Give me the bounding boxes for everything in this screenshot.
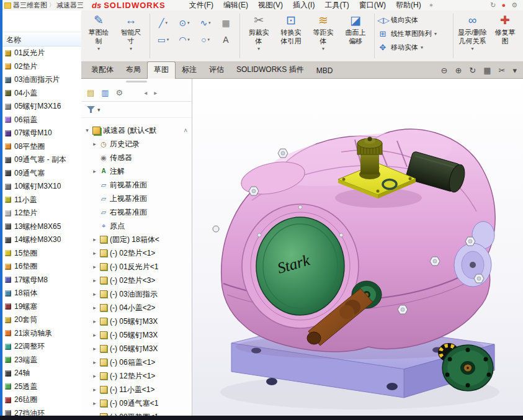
- command-tab[interactable]: 评估: [203, 62, 230, 78]
- filter-dropdown-icon[interactable]: ▾: [97, 107, 101, 113]
- part-list-item[interactable]: 21滚动轴承: [2, 327, 81, 341]
- surface-offset-button[interactable]: ◪ 曲面上 偏移: [339, 12, 372, 60]
- tree-item[interactable]: ▸ (-) 01反光片<1: [81, 260, 192, 274]
- tree-item[interactable]: ▸ (固定) 18箱体<: [81, 233, 192, 246]
- part-list-item[interactable]: 06箱盖: [2, 114, 81, 127]
- expander-icon[interactable]: ▸: [92, 332, 97, 338]
- sketch-draw-button[interactable]: ✎ 草图绘 制 ▾: [83, 12, 115, 60]
- part-list-item[interactable]: 24轴: [2, 367, 81, 380]
- part-list-item[interactable]: 23端盖: [2, 354, 81, 367]
- model-breather-knob[interactable]: [357, 137, 382, 180]
- tree-item[interactable]: ▸ (-) 06箱盖<1>: [81, 355, 192, 369]
- command-tab[interactable]: MBD: [310, 64, 339, 78]
- command-tab[interactable]: 装配体: [85, 62, 120, 78]
- expander-icon[interactable]: ▸: [92, 264, 97, 270]
- expander-icon[interactable]: ▸: [92, 318, 97, 324]
- expander-icon[interactable]: ▸: [92, 359, 97, 365]
- tree-item[interactable]: ▸ (-) 05螺钉M3X: [81, 315, 192, 328]
- circle-tool-icon[interactable]: ⊙ ▾: [174, 14, 195, 31]
- filter-icon[interactable]: [87, 106, 95, 113]
- smart-dimension-button[interactable]: ↔ 智能尺 寸 ▾: [115, 12, 147, 60]
- command-tab[interactable]: 草图: [147, 61, 176, 79]
- breadcrumb[interactable]: 器三维套图 〉 减速器三: [2, 1, 83, 10]
- point-grid-tool-icon[interactable]: ▦: [216, 14, 237, 31]
- menu-item[interactable]: 插入(I): [288, 0, 320, 11]
- expander-icon[interactable]: ▸: [92, 305, 97, 311]
- spline-tool-icon[interactable]: ∿ ▾: [195, 14, 216, 31]
- tree-root-item[interactable]: ▾ 减速器 (默认<默 ˄: [81, 123, 192, 137]
- part-list-item[interactable]: 05螺钉M3X16: [2, 100, 81, 114]
- tree-item[interactable]: ▸ (-) 02垫片<3>: [81, 274, 192, 287]
- part-list-item[interactable]: 27挡油环: [2, 407, 81, 416]
- offset-entities-button[interactable]: ≋ 等距实 体 ▾: [307, 12, 339, 60]
- arc-tool-icon[interactable]: ◠ ▾: [174, 31, 195, 48]
- part-list-item[interactable]: 09通气塞: [2, 167, 81, 181]
- rebuild-icon[interactable]: ↻: [490, 2, 496, 9]
- part-list-item[interactable]: 11小盖: [2, 194, 81, 207]
- menu-item[interactable]: 帮助(H): [391, 0, 426, 11]
- graphics-viewport[interactable]: Stark: [192, 79, 523, 416]
- command-tab[interactable]: 标注: [176, 62, 203, 78]
- mirror-entities-button[interactable]: ◁▷ 镜向实体: [377, 16, 450, 25]
- menu-item[interactable]: 文件(F): [184, 0, 218, 11]
- part-list-item[interactable]: 17螺母M8: [2, 274, 81, 287]
- expander-icon[interactable]: ▸: [92, 250, 97, 256]
- expander-icon[interactable]: ▸: [92, 141, 97, 147]
- breadcrumb-part-2[interactable]: 减速器三: [56, 1, 83, 10]
- line-tool-icon[interactable]: ╱ ▾: [153, 14, 174, 31]
- convert-entities-button[interactable]: ⊡ 转换实 体引用: [275, 12, 307, 60]
- name-column-header[interactable]: 名称: [2, 32, 81, 47]
- menu-item[interactable]: 工具(T): [320, 0, 354, 11]
- display-delete-relations-button[interactable]: ∞ 显示/删除 几何关系 ▾: [456, 12, 489, 60]
- part-list-item[interactable]: 25透盖: [2, 380, 81, 394]
- command-tab[interactable]: SOLIDWORKS 插件: [230, 62, 310, 78]
- part-list-item[interactable]: 14螺栓M8X30: [2, 233, 81, 247]
- part-list-item[interactable]: 16垫圈: [2, 260, 81, 274]
- view-orientation-icon[interactable]: ▦: [483, 66, 491, 74]
- tree-item[interactable]: ▸ (-) 02垫片<1>: [81, 246, 192, 260]
- command-tab[interactable]: 布局: [120, 62, 147, 78]
- panel-splitter-handle[interactable]: [81, 79, 192, 84]
- expander-icon[interactable]: ▸: [92, 168, 97, 174]
- linear-sketch-pattern-button[interactable]: ⊞ 线性草图阵列 ▾: [377, 29, 450, 38]
- part-list-item[interactable]: 03油面指示片: [2, 73, 81, 87]
- expander-icon[interactable]: ▸: [92, 386, 97, 393]
- trim-entities-button[interactable]: ✂ 剪裁实 体 ▾: [243, 12, 275, 60]
- section-view-icon[interactable]: ✂: [499, 66, 506, 74]
- part-list-item[interactable]: 13螺栓M8X65: [2, 220, 81, 234]
- menu-item[interactable]: 视图(V): [253, 0, 288, 11]
- part-list-item[interactable]: 01反光片: [2, 47, 81, 60]
- options-gear-icon[interactable]: ⚙: [511, 2, 517, 9]
- text-tool-icon[interactable]: A: [216, 31, 237, 48]
- collapse-arrow-icon[interactable]: ˄: [184, 127, 187, 134]
- rectangle-tool-icon[interactable]: ▭ ▾: [153, 31, 174, 48]
- part-list-item[interactable]: 02垫片: [2, 60, 81, 74]
- gearbox-3d-model[interactable]: Stark: [192, 79, 523, 416]
- move-entities-button[interactable]: ✥ 移动实体 ▾: [377, 43, 450, 52]
- menu-item[interactable]: 窗口(W): [354, 0, 391, 11]
- configuration-manager-tab-icon[interactable]: ⚙: [116, 89, 123, 97]
- menu-pin-icon[interactable]: ✶: [429, 2, 434, 9]
- previous-view-icon[interactable]: ↻: [469, 66, 476, 74]
- repair-sketch-button[interactable]: ✚ 修复草 图: [489, 12, 521, 60]
- tree-item[interactable]: ▸ (-) 08平垫圈<1: [81, 410, 192, 416]
- expander-icon[interactable]: ▾: [84, 127, 90, 133]
- tree-item[interactable]: ▸ (-) 05螺钉M3X: [81, 342, 192, 355]
- property-manager-tab-icon[interactable]: ▥: [101, 89, 109, 97]
- tree-item[interactable]: 右视基准面: [81, 205, 192, 219]
- tree-item[interactable]: ▸ 历史记录: [81, 137, 192, 151]
- part-list-item[interactable]: 04小盖: [2, 87, 81, 101]
- feature-manager-tab-icon[interactable]: ▤: [87, 89, 94, 97]
- tree-item[interactable]: 上视基准面: [81, 192, 192, 205]
- expander-icon[interactable]: ▸: [92, 291, 97, 297]
- ellipse-tool-icon[interactable]: ○ ▾: [195, 31, 216, 48]
- part-list-item[interactable]: 08平垫圈: [2, 140, 81, 154]
- expander-icon[interactable]: ▸: [92, 400, 97, 406]
- zoom-out-icon[interactable]: ⊖: [441, 66, 448, 74]
- part-list-item[interactable]: 19螺塞: [2, 300, 81, 314]
- notification-dot-icon[interactable]: ●: [501, 2, 506, 9]
- tree-item[interactable]: ▸ (-) 09通气塞<1: [81, 396, 192, 410]
- panel-scroll-left-icon[interactable]: ◂: [144, 89, 147, 96]
- tree-item[interactable]: ▸ (-) 11小盖<1>: [81, 383, 192, 396]
- part-list-item[interactable]: 26毡圈: [2, 393, 81, 407]
